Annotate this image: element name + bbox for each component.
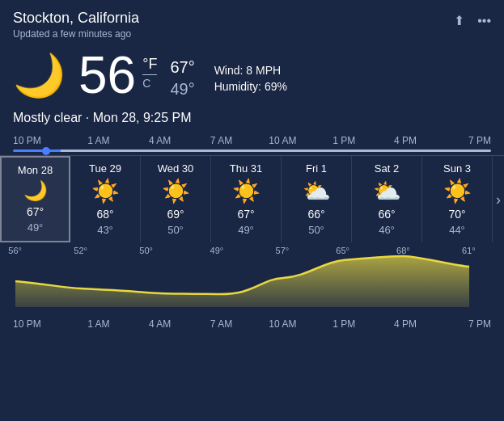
graph-temp-labels: 56° 52° 50° 49° 57° 65° 68° 61°: [0, 246, 504, 286]
day-card-1[interactable]: Tue 29 ☀️ 68° 43°: [70, 156, 141, 242]
day-name-5: Sat 2: [375, 162, 399, 175]
graph-label-5: 65°: [336, 246, 349, 255]
unit-block: °F C: [142, 49, 157, 90]
share-icon[interactable]: ⬆: [454, 13, 464, 28]
bottom-hour-0: 10 PM: [13, 318, 61, 330]
day-icon-4: ⛅: [303, 178, 331, 204]
more-icon[interactable]: •••: [477, 14, 491, 28]
hour-label-7: 7 PM: [443, 135, 491, 146]
timeline-bar[interactable]: [13, 149, 491, 152]
day-icon-2: ☀️: [162, 178, 190, 204]
unit-celsius: C: [142, 74, 157, 90]
low-temperature: 49°: [170, 80, 194, 99]
day-name-3: Thu 31: [230, 162, 262, 175]
day-hi-5: 66°: [378, 208, 395, 221]
high-temperature: 67°: [170, 58, 194, 77]
hour-label-1: 1 AM: [74, 135, 123, 146]
day-lo-2: 50°: [167, 224, 184, 236]
day-icon-3: ☀️: [232, 178, 260, 204]
day-card-0[interactable]: Mon 28 🌙 67° 49°: [0, 156, 70, 242]
header-icons: ⬆ •••: [454, 10, 491, 28]
humidity-text: Humidity: 69%: [214, 80, 287, 93]
day-hi-1: 68°: [96, 208, 113, 221]
graph-label-3: 49°: [210, 246, 224, 255]
day-name-0: Mon 28: [18, 164, 53, 176]
day-name-6: Sun 3: [443, 162, 471, 175]
unit-fahrenheit: °F: [142, 56, 157, 73]
day-card-2[interactable]: Wed 30 ☀️ 69° 50°: [141, 156, 211, 242]
daily-forecast: Mon 28 🌙 67° 49° Tue 29 ☀️ 68° 43° Wed 3…: [0, 155, 504, 242]
day-lo-1: 43°: [97, 224, 113, 236]
current-weather: 🌙 56 °F C 67° 49° Wind: 8 MPH Humidity: …: [0, 46, 504, 107]
condition-bar: Mostly clear · Mon 28, 9:25 PM: [0, 107, 504, 132]
day-hi-3: 67°: [237, 208, 254, 221]
day-card-6[interactable]: Sun 3 ☀️ 70° 44°: [422, 156, 493, 242]
hour-label-3: 7 AM: [197, 135, 246, 146]
current-weather-icon: 🌙: [13, 54, 66, 96]
header: Stockton, California Updated a few minut…: [0, 0, 504, 46]
hi-lo-block: 67° 49°: [170, 52, 194, 99]
timeline-dot: [42, 147, 50, 155]
day-icon-5: ⛅: [373, 178, 401, 204]
graph-label-2: 50°: [139, 246, 153, 255]
day-card-5[interactable]: Sat 2 ⛅ 66° 46°: [352, 156, 422, 242]
day-hi-4: 66°: [307, 208, 324, 221]
day-lo-6: 44°: [449, 224, 465, 236]
bottom-hour-7: 7 PM: [443, 318, 491, 330]
condition-text: Mostly clear: [13, 111, 82, 124]
day-lo-3: 49°: [238, 224, 254, 236]
wind-text: Wind: 8 MPH: [214, 64, 287, 77]
hour-label-5: 1 PM: [320, 135, 368, 146]
graph-label-4: 57°: [276, 246, 290, 255]
temp-graph: 56° 52° 50° 49° 57° 65° 68° 61° 10 PM 1 …: [0, 242, 504, 331]
hour-label-0: 10 PM: [13, 135, 61, 146]
wind-humidity-block: Wind: 8 MPH Humidity: 69%: [214, 57, 287, 93]
main-temperature: 56: [78, 49, 136, 101]
bottom-hour-6: 4 PM: [381, 318, 430, 330]
day-icon-0: 🌙: [23, 179, 48, 202]
graph-bottom-hours: 10 PM 1 AM 4 AM 7 AM 10 AM 1 PM 4 PM 7 P…: [0, 318, 504, 330]
day-lo-5: 46°: [379, 224, 395, 236]
condition-datetime: Mon 28, 9:25 PM: [93, 111, 192, 124]
hour-label-4: 10 AM: [258, 135, 307, 146]
hour-label-6: 4 PM: [381, 135, 430, 146]
day-icon-6: ☀️: [443, 178, 472, 204]
updated-text: Updated a few minutes ago: [13, 28, 139, 40]
day-lo-4: 50°: [308, 224, 324, 236]
graph-label-1: 52°: [74, 246, 87, 255]
header-left: Stockton, California Updated a few minut…: [13, 10, 139, 40]
day-lo-0: 49°: [28, 221, 44, 234]
hour-label-2: 4 AM: [136, 135, 184, 146]
graph-label-0: 56°: [8, 246, 22, 255]
temperature-block: 56 °F C: [78, 49, 157, 101]
bottom-hour-1: 1 AM: [74, 318, 123, 330]
bottom-hour-3: 7 AM: [197, 318, 246, 330]
day-card-3[interactable]: Thu 31 ☀️ 67° 49°: [211, 156, 282, 242]
bottom-hour-4: 10 AM: [258, 318, 307, 330]
day-hi-2: 69°: [167, 208, 184, 221]
day-hi-0: 67°: [27, 205, 44, 218]
city-name: Stockton, California: [13, 10, 139, 27]
day-card-4[interactable]: Fri 1 ⛅ 66° 50°: [282, 156, 352, 242]
day-hi-6: 70°: [448, 208, 465, 221]
next-arrow[interactable]: ›: [493, 191, 504, 208]
day-name-2: Wed 30: [158, 162, 194, 175]
bottom-hour-5: 1 PM: [320, 318, 368, 330]
day-icon-1: ☀️: [91, 178, 120, 204]
day-name-1: Tue 29: [89, 162, 121, 175]
condition-separator: ·: [86, 111, 93, 124]
day-name-4: Fri 1: [306, 162, 327, 175]
hourly-labels: 10 PM 1 AM 4 AM 7 AM 10 AM 1 PM 4 PM 7 P…: [0, 132, 504, 146]
graph-label-6: 68°: [396, 246, 410, 255]
bottom-hour-2: 4 AM: [136, 318, 184, 330]
graph-label-7: 61°: [462, 246, 476, 255]
